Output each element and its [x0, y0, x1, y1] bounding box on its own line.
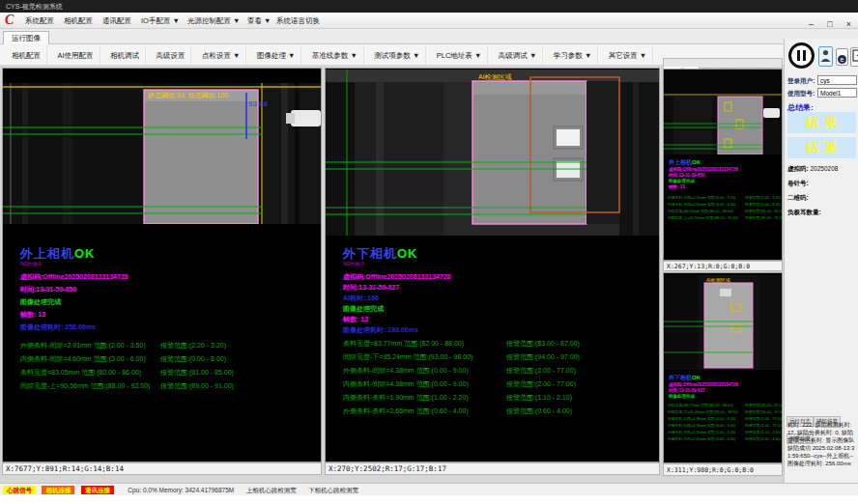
alarm-range: 报警范围:(2.00 - 77.00)	[745, 423, 783, 428]
left-camera-image[interactable]: 93.88 静态阈值:93, 动态阈值:100	[3, 83, 321, 224]
camera-status: OK	[397, 246, 418, 261]
model-input[interactable]	[817, 88, 857, 98]
tool-test-params[interactable]: 测试项参数 ▼	[368, 45, 426, 67]
time-text: 时间:13-31-59-627	[669, 388, 705, 393]
control-panel: e 登录用户: 使用型号: 总结果: 结果 结果 虚拟码: 20250208 卷…	[784, 39, 858, 483]
alarm-range: 报警范围:(89.00 - 91.00)	[745, 215, 783, 220]
alarm-range: 报警范围:(94.00 - 97.00)	[745, 409, 783, 414]
thumb1-coords-readout: X:267;Y:13;R:0;G:0;B:0	[663, 261, 783, 271]
tool-advanced-setup[interactable]: 高级设置	[150, 45, 191, 67]
user-account-button[interactable]	[818, 46, 833, 67]
logout-button[interactable]	[850, 47, 858, 67]
e-icon: e	[838, 55, 846, 64]
measurement-value: 间隙宽度-下=95.24mm 范围:(93.00 - 98.00)	[668, 409, 738, 414]
alarm-range: 报警范围:(2.00 - 77.00)	[506, 379, 576, 389]
alarm-range: 报警范围:(94.00 - 97.00)	[506, 352, 580, 362]
connector-object	[291, 110, 321, 126]
alarm-range: 报警范围:(0.60 - 4.00)	[506, 406, 572, 416]
measurement-list: 条料宽度=83.77mm 范围:(82.00 - 88.00)报警范围:(83.…	[326, 339, 659, 420]
heartbeat-status-badge: 心跳信号	[3, 486, 36, 494]
alarm-range: 报警范围:(81.00 - 85.00)	[745, 209, 783, 213]
tool-camera-config[interactable]: 相机配置	[6, 45, 47, 67]
menu-item-system-config[interactable]: 系统配置	[21, 13, 58, 29]
measurement-value: 条料宽度=83.05mm 范围:(80.00 - 86.00)	[20, 368, 141, 378]
tool-other-settings[interactable]: 其它设置 ▼	[603, 45, 654, 67]
barcode-text: 虚拟码:Offline20250208133134728	[669, 382, 738, 387]
time-text: 时间:13-31-59-627	[343, 283, 399, 293]
app-logo-icon: C	[5, 13, 14, 28]
barcode-text: 虚拟码:Offline20250208133134728	[343, 272, 451, 282]
window-title: CYS-视觉检测系统	[6, 3, 63, 10]
tool-ai-config[interactable]: AI使用配置	[51, 45, 100, 67]
pause-icon	[803, 50, 806, 61]
mid-camera-panel: AI检测区域 外下相机OK NG比例:0 虚拟码:Offline20250208…	[325, 68, 660, 462]
camera-subinfo: NG比例:0	[20, 261, 42, 266]
alarm-range: 报警范围:(81.00 - 85.00)	[160, 368, 234, 378]
process-done-text: 图像处理完成	[343, 304, 384, 314]
measurement-value: 条料宽度=83.77mm 范围:(82.00 - 88.00)	[343, 339, 464, 349]
menu-bar: C 系统配置 相机配置 通讯配置 IO手配置 ▼ 光源控制配置 ▼ 查看 ▼ 系…	[0, 13, 858, 29]
menu-item-io-config[interactable]: IO手配置 ▼	[137, 13, 184, 29]
left-camera-panel: 93.88 静态阈值:93, 动态阈值:100 外上相机OK NG比例:0 虚拟…	[2, 68, 322, 462]
threshold-overlay-label: 静态阈值:93, 动态阈值:100	[148, 92, 228, 99]
menu-item-light-config[interactable]: 光源控制配置 ▼	[184, 13, 244, 29]
alarm-range: 报警范围:(89.00 - 91.00)	[160, 381, 234, 391]
tool-baseline-params[interactable]: 基准线参数 ▼	[306, 45, 364, 67]
tool-advanced-debug[interactable]: 高级调试 ▼	[493, 45, 544, 67]
thumbnail-lower-camera[interactable]: AI检测区域 外下相机OK 虚拟码:Offline202502081331347…	[663, 272, 783, 463]
menu-item-view[interactable]: 查看 ▼	[243, 13, 275, 29]
thumbnail-upper-camera[interactable]: 外上相机OK 虚拟码:Offline20250208133134728 时间:1…	[663, 69, 783, 261]
menu-item-camera-config[interactable]: 相机配置	[60, 13, 97, 29]
tool-camera-debug[interactable]: 相机调试	[104, 45, 146, 67]
time-text: 时间:13-31-59-650	[20, 285, 76, 294]
camera-status: OK	[692, 375, 701, 380]
pin-number-field: 卷针号:	[787, 180, 809, 188]
measurement-row: 外侧条料-条料=2.65mm 范围:(0.60 - 4.00)报警范围:(0.6…	[326, 406, 659, 420]
tab-strip: 运行图像	[0, 29, 858, 44]
e-service-button[interactable]: e	[836, 48, 848, 66]
measurement-row: 内侧条料-间隙=4.38mm 范围:(0.00 - 9.00)报警范围:(2.0…	[326, 379, 659, 393]
login-user-input[interactable]	[817, 75, 857, 85]
menu-item-comm-config[interactable]: 通讯配置	[99, 13, 135, 29]
tool-spot-check[interactable]: 点检设置 ▼	[196, 45, 247, 67]
thumbnail-image: AI检测区域	[664, 275, 782, 370]
result-box-upper: 结果	[787, 112, 856, 133]
camera-connection-badge: 相机连接	[42, 486, 74, 494]
camera-name: 外下相机	[669, 375, 692, 380]
thumbnail-tabs: NG图片显示所有图片浏览追踪图片浏览	[663, 58, 783, 69]
thumbnail-image	[664, 70, 782, 154]
measurement-row: 内侧条料-间隙=4.60mm 范围:(3.00 - 6.00)报警范围:(0.0…	[3, 354, 321, 368]
pin-number-label: 卷针号:	[787, 180, 809, 186]
measurement-value: 内侧条料-间隙=4.38mm 范围:(0.00 - 9.00)	[343, 379, 469, 389]
process-done-text: 图像处理完成	[669, 394, 695, 399]
thumb2-coords-readout: X:311;Y:980;R:0;G:0;B:0	[663, 463, 783, 476]
log-output[interactable]: 耗时: 222, 缺陷检测耗时: 17, 缺陷分类耗时: 0, 缺陷提取分区耗时…	[787, 421, 856, 467]
alarm-range: 报警范围:(83.00 - 87.00)	[745, 403, 783, 407]
pause-button[interactable]	[788, 42, 815, 69]
tool-plc-table[interactable]: PLC地址表 ▼	[431, 45, 489, 67]
qr-code-field: 二维码:	[787, 194, 809, 203]
tool-image-process[interactable]: 图像处理 ▼	[251, 45, 302, 67]
measurement-value: 外侧条料-条料=2.65mm 范围:(0.60 - 4.00)	[668, 436, 735, 441]
mid-coords-readout: X:270;Y:2502;R:17;G:17;B:17	[325, 462, 660, 475]
time-text: 时间:13-31-59-650	[669, 173, 705, 178]
measure-marker-value: 93.88	[248, 99, 269, 108]
alarm-range: 报警范围:(2.00 - 77.00)	[745, 416, 783, 421]
measurement-row: 条料宽度=83.05mm 范围:(80.00 - 86.00)报警范围:(81.…	[3, 368, 321, 381]
measurement-value: 内侧条料-条料=1.90mm 范围:(1.00 - 2.20)	[343, 393, 469, 403]
measurement-value: 外侧条料-条料=2.65mm 范围:(0.60 - 4.00)	[343, 406, 469, 416]
mid-camera-image[interactable]: AI检测区域	[326, 70, 659, 236]
measurement-value: 间隙宽度-上=90.56mm 范围:(88.00 - 92.00)	[668, 215, 738, 220]
measurement-value: 条料宽度=83.05mm 范围:(80.00 - 86.00)	[668, 209, 733, 213]
tool-learn-params[interactable]: 学习参数 ▼	[548, 45, 599, 67]
virtual-code-field: 虚拟码: 20250208	[787, 165, 838, 174]
camera-status: OK	[74, 246, 96, 261]
alarm-range: 报警范围:(0.00 - 8.00)	[160, 354, 226, 364]
upper-camera-heartbeat-text: 上相机心跳检测宽	[246, 484, 297, 496]
elapsed-text: 图像处理耗时: 256.00ms	[20, 322, 96, 332]
tab-run-image[interactable]: 运行图像	[3, 31, 49, 44]
login-user-label: 登录用户:	[787, 75, 815, 86]
camera-title: 外上相机OK	[669, 158, 701, 167]
menu-item-language-switch[interactable]: 系统语言切换	[272, 13, 324, 29]
measurement-row: 间隙宽度-下=95.24mm 范围:(93.00 - 98.00)报警范围:(9…	[326, 352, 659, 366]
